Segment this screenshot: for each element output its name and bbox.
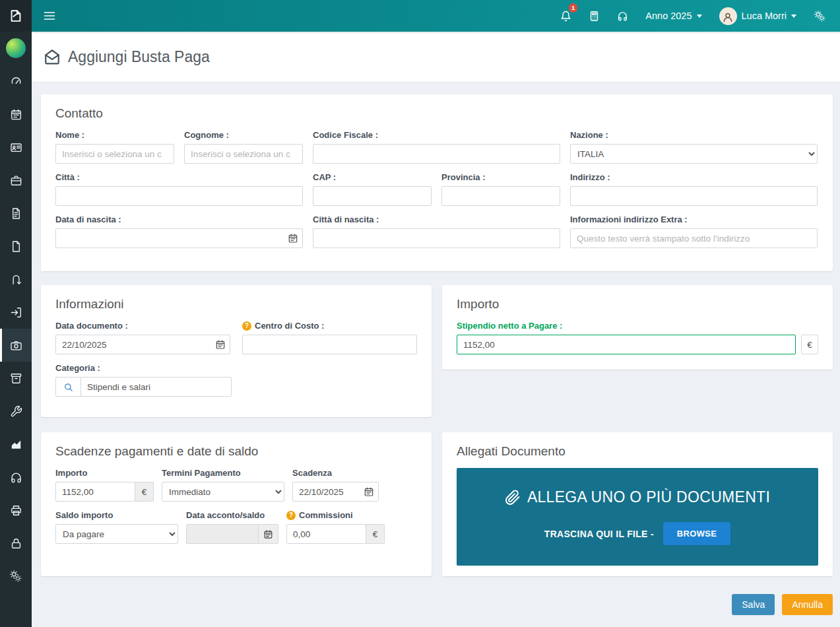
info-extra-input[interactable] <box>570 228 818 248</box>
brand-circle-logo[interactable] <box>0 32 32 65</box>
nazione-select[interactable]: ITALIA <box>570 144 818 164</box>
calendar-icon <box>263 529 273 539</box>
sidebar-item-contacts[interactable] <box>0 131 32 164</box>
bell-icon <box>560 11 571 22</box>
user-menu[interactable]: Luca Morri <box>711 0 806 32</box>
data-acconto-saldo-input <box>186 524 259 544</box>
scadenze-panel: Scadenze pagamenti e date di saldo Impor… <box>41 432 432 576</box>
year-label: Anno 2025 <box>645 11 692 21</box>
main-content: Aggiungi Busta Paga Contatto Nome : Cogn… <box>32 32 840 627</box>
sidebar-item-dashboard[interactable] <box>0 65 32 98</box>
categoria-input[interactable] <box>81 377 232 397</box>
notifications-button[interactable]: 1 <box>552 0 580 32</box>
importo-panel: Importo Stipendio netto a Pagare : € <box>442 285 833 370</box>
cancel-button[interactable]: Annulla <box>782 594 833 615</box>
nazione-label: Nazione : <box>570 130 818 140</box>
dashboard-icon <box>10 75 22 88</box>
allegati-panel: Allegati Documento ALLEGA UNO O PIÙ DOCU… <box>442 432 833 576</box>
caret-down-icon <box>791 15 796 18</box>
headphones-icon <box>617 11 628 22</box>
sidebar-item-support[interactable] <box>0 461 32 494</box>
sidebar-item-invoices[interactable] <box>0 197 32 230</box>
calendar-icon <box>10 108 22 121</box>
help-icon[interactable]: ? <box>242 321 251 331</box>
allegati-title: Allegati Documento <box>457 444 818 459</box>
camera-icon <box>10 339 22 352</box>
sidebar-item-security[interactable] <box>0 527 32 560</box>
cap-input[interactable] <box>313 186 432 206</box>
euro-addon: € <box>801 335 818 354</box>
euro-addon: € <box>135 482 154 502</box>
area-chart-icon <box>10 438 22 451</box>
save-button[interactable]: Salva <box>732 594 775 615</box>
sidebar-item-incoming[interactable] <box>0 296 32 329</box>
support-button[interactable] <box>608 0 637 32</box>
citta-input[interactable] <box>55 186 303 206</box>
data-di-nascita-input[interactable] <box>55 228 303 248</box>
file-dropzone[interactable]: ALLEGA UNO O PIÙ DOCUMENTI TRASCINA QUI … <box>457 468 818 566</box>
documents-logo-icon[interactable] <box>0 0 32 32</box>
sidebar-item-tools[interactable] <box>0 395 32 428</box>
saldo-importo-select[interactable]: Da pagare <box>55 524 178 544</box>
cognome-input[interactable] <box>184 144 303 164</box>
sidebar-item-calendar[interactable] <box>0 98 32 131</box>
printer-icon <box>10 504 22 517</box>
hamburger-icon <box>43 9 56 22</box>
archive-box-icon <box>10 372 22 385</box>
provincia-input[interactable] <box>441 186 560 206</box>
gears-icon <box>814 10 826 22</box>
navbar-right: 1 Anno 2025 Luca Morri <box>552 0 840 32</box>
calendar-icon[interactable] <box>215 339 226 350</box>
sidebar-item-archive[interactable] <box>0 362 32 395</box>
data-documento-input[interactable] <box>55 335 230 354</box>
gears-icon <box>9 570 22 583</box>
commissioni-label: ? Commissioni <box>286 510 385 520</box>
sidebar <box>0 0 32 627</box>
dropzone-drag-label: TRASCINA QUI IL FILE - <box>544 529 654 539</box>
caret-down-icon <box>697 15 702 18</box>
help-icon[interactable]: ? <box>286 511 296 520</box>
informazioni-title: Informazioni <box>55 297 417 312</box>
sidebar-item-flows[interactable] <box>0 263 32 296</box>
stipendio-netto-input[interactable] <box>457 335 796 354</box>
contatto-panel: Contatto Nome : Cognome : Codice Fiscale… <box>41 94 833 271</box>
centro-di-costo-input[interactable] <box>242 335 417 354</box>
id-card-icon <box>10 141 22 154</box>
codice-fiscale-input[interactable] <box>313 144 560 164</box>
year-selector[interactable]: Anno 2025 <box>637 0 710 32</box>
euro-addon: € <box>366 524 385 544</box>
nome-input[interactable] <box>55 144 174 164</box>
settings-button[interactable] <box>805 0 835 32</box>
sidebar-item-work[interactable] <box>0 164 32 197</box>
sidebar-item-payments-active[interactable] <box>0 329 32 362</box>
categoria-search-button[interactable] <box>55 377 81 397</box>
indirizzo-input[interactable] <box>570 186 818 206</box>
commissioni-input[interactable] <box>286 524 366 544</box>
headphones-icon <box>10 471 22 484</box>
sidebar-item-printer[interactable] <box>0 494 32 527</box>
app-root: 1 Anno 2025 Luca Morri Aggiungi Busta Pa… <box>0 0 840 627</box>
saldo-importo-label: Saldo importo <box>55 510 178 520</box>
calendar-icon[interactable] <box>288 233 298 244</box>
scadenza-label: Scadenza <box>292 468 379 478</box>
calendar-addon-button[interactable] <box>259 524 278 544</box>
sidebar-item-reports[interactable] <box>0 428 32 461</box>
browse-button[interactable]: BROWSE <box>663 522 730 545</box>
importo-title: Importo <box>457 297 818 312</box>
sidebar-toggle-button[interactable] <box>32 0 67 32</box>
citta-di-nascita-input[interactable] <box>313 228 560 248</box>
citta-label: Città : <box>55 172 303 182</box>
categoria-label: Categoria : <box>55 363 232 373</box>
calendar-icon[interactable] <box>364 486 374 497</box>
payslip-envelope-icon <box>44 48 61 65</box>
indirizzo-label: Indirizzo : <box>570 172 818 182</box>
scadenze-importo-input[interactable] <box>55 482 135 502</box>
paperclip-icon <box>505 490 521 506</box>
termini-pagamento-select[interactable]: Immediato <box>162 482 284 502</box>
sidebar-item-documents[interactable] <box>0 230 32 263</box>
sidebar-item-settings[interactable] <box>0 560 32 593</box>
user-name: Luca Morri <box>742 11 787 21</box>
calculator-button[interactable] <box>580 0 608 32</box>
person-icon <box>722 11 734 23</box>
file-icon <box>10 240 22 253</box>
